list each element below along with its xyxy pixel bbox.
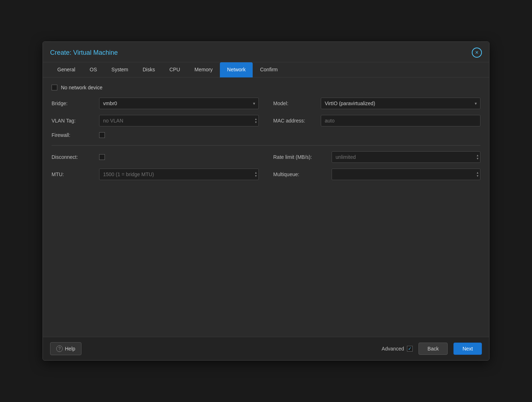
rate-limit-down-arrow[interactable]: ▼ <box>476 157 479 160</box>
advanced-checkbox[interactable] <box>407 346 413 352</box>
tab-memory[interactable]: Memory <box>187 62 220 77</box>
next-button[interactable]: Next <box>453 343 482 355</box>
section-divider <box>52 145 480 146</box>
rate-limit-spinner-wrapper: ▲ ▼ <box>332 151 480 163</box>
firewall-label: Firewall: <box>52 132 95 138</box>
vlan-input[interactable] <box>99 115 259 126</box>
mtu-down-arrow[interactable]: ▼ <box>254 175 257 178</box>
bridge-select-wrapper: vmbr0 ▼ <box>99 98 259 109</box>
rate-limit-label: Rate limit (MB/s): <box>273 154 327 160</box>
disconnect-row: Disconnect: <box>52 151 259 163</box>
mac-input[interactable] <box>321 115 480 126</box>
bridge-label: Bridge: <box>52 100 95 106</box>
back-button[interactable]: Back <box>418 343 448 355</box>
tab-general[interactable]: General <box>50 62 83 77</box>
tab-confirm[interactable]: Confirm <box>253 62 285 77</box>
dialog-footer: ? Help Advanced Back Next <box>43 337 489 360</box>
top-form-grid: Bridge: vmbr0 ▼ Model: VirtIO (paravirtu… <box>52 98 480 138</box>
help-label: Help <box>65 346 75 352</box>
mtu-up-arrow[interactable]: ▲ <box>254 171 257 174</box>
vlan-row: VLAN Tag: ▲ ▼ <box>52 115 259 126</box>
mtu-spinner-arrows: ▲ ▼ <box>254 171 257 178</box>
no-network-row: No network device <box>52 85 480 90</box>
firewall-checkbox[interactable] <box>99 132 105 138</box>
model-select-wrapper: VirtIO (paravirtualized) ▼ <box>321 98 480 109</box>
rate-limit-spinner-arrows: ▲ ▼ <box>476 154 479 160</box>
bridge-select[interactable]: vmbr0 <box>99 98 259 109</box>
help-icon: ? <box>56 345 63 352</box>
mtu-input[interactable] <box>99 169 259 180</box>
model-select[interactable]: VirtIO (paravirtualized) <box>321 98 480 109</box>
rate-limit-input[interactable] <box>332 151 480 163</box>
multiqueue-up-arrow[interactable]: ▲ <box>476 171 479 174</box>
multiqueue-row: Multiqueue: ▲ ▼ <box>273 169 480 180</box>
multiqueue-input[interactable] <box>332 169 480 180</box>
tab-cpu[interactable]: CPU <box>162 62 187 77</box>
vlan-label: VLAN Tag: <box>52 118 95 124</box>
firewall-row-right-spacer <box>273 132 480 138</box>
dialog-header: Create: Virtual Machine × <box>43 42 489 62</box>
multiqueue-down-arrow[interactable]: ▼ <box>476 175 479 178</box>
bottom-form-grid: Disconnect: Rate limit (MB/s): ▲ ▼ MTU: <box>52 151 480 180</box>
tab-disks[interactable]: Disks <box>136 62 162 77</box>
rate-limit-row: Rate limit (MB/s): ▲ ▼ <box>273 151 480 163</box>
no-network-checkbox[interactable] <box>52 85 57 90</box>
close-button[interactable]: × <box>472 48 482 58</box>
multiqueue-spinner-arrows: ▲ ▼ <box>476 171 479 178</box>
mac-row: MAC address: <box>273 115 480 126</box>
mac-label: MAC address: <box>273 118 316 124</box>
vlan-spinner-arrows: ▲ ▼ <box>254 118 257 124</box>
mtu-spinner-wrapper: ▲ ▼ <box>99 169 259 180</box>
footer-right: Advanced Back Next <box>382 343 482 355</box>
multiqueue-spinner-wrapper: ▲ ▼ <box>332 169 480 180</box>
create-vm-dialog: Create: Virtual Machine × General OS Sys… <box>43 41 489 361</box>
multiqueue-label: Multiqueue: <box>273 171 327 177</box>
vlan-down-arrow[interactable]: ▼ <box>254 121 257 124</box>
no-network-label: No network device <box>61 85 102 90</box>
dialog-body: No network device Bridge: vmbr0 ▼ Model: <box>43 77 489 337</box>
disconnect-checkbox[interactable] <box>99 154 105 160</box>
tab-system[interactable]: System <box>104 62 136 77</box>
model-label: Model: <box>273 100 316 106</box>
bridge-row: Bridge: vmbr0 ▼ <box>52 98 259 109</box>
tab-os[interactable]: OS <box>83 62 104 77</box>
help-button[interactable]: ? Help <box>50 342 81 355</box>
mtu-row: MTU: ▲ ▼ <box>52 169 259 180</box>
advanced-check: Advanced <box>382 346 413 352</box>
model-row: Model: VirtIO (paravirtualized) ▼ <box>273 98 480 109</box>
tab-network[interactable]: Network <box>220 62 253 77</box>
vlan-up-arrow[interactable]: ▲ <box>254 118 257 121</box>
vlan-spinner-wrapper: ▲ ▼ <box>99 115 259 126</box>
tab-bar: General OS System Disks CPU Memory Netwo… <box>43 62 489 77</box>
advanced-label: Advanced <box>382 346 404 352</box>
disconnect-label: Disconnect: <box>52 154 95 160</box>
mtu-label: MTU: <box>52 171 95 177</box>
firewall-row: Firewall: <box>52 132 259 138</box>
dialog-title: Create: Virtual Machine <box>50 49 118 61</box>
rate-limit-up-arrow[interactable]: ▲ <box>476 154 479 157</box>
